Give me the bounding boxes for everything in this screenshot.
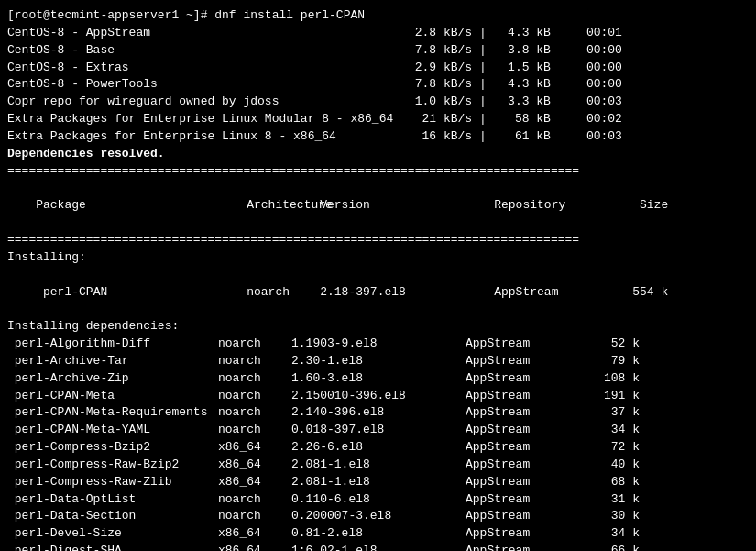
pkg-repo: AppStream [466, 353, 585, 370]
header-repo: Repository [494, 197, 613, 215]
pkg-arch: noarch [218, 336, 291, 353]
pkg-size: 68 k [585, 474, 640, 491]
pkg-arch: x86_64 [218, 457, 291, 474]
main-pkg-arch: noarch [247, 284, 320, 302]
pkg-name: perl-Archive-Zip [7, 370, 218, 388]
installing-label: Installing: [7, 249, 749, 267]
pkg-version: 2.140-396.el8 [291, 404, 466, 422]
repo-line: CentOS-8 - PowerTools 7.8 kB/s | 4.3 kB … [7, 76, 749, 94]
repo-line: CentOS-8 - Base 7.8 kB/s | 3.8 kB 00:00 [7, 42, 749, 60]
pkg-version: 2.150010-396.el8 [291, 388, 466, 405]
repo-line: Copr repo for wireguard owned by jdoss 1… [7, 94, 749, 111]
table-row: perl-Archive-Zipnoarch1.60-3.el8AppStrea… [7, 370, 749, 388]
table-row: perl-CPAN-Metanoarch2.150010-396.el8AppS… [7, 388, 749, 405]
pkg-size: 191 k [585, 388, 640, 405]
pkg-repo: AppStream [466, 491, 585, 509]
pkg-version: 1.60-3.el8 [291, 370, 466, 388]
pkg-name: perl-Devel-Size [7, 525, 218, 543]
table-row: perl-Data-OptListnoarch0.110-6.el8AppStr… [7, 491, 749, 509]
pkg-size: 37 k [585, 404, 640, 422]
pkg-repo: AppStream [466, 474, 585, 491]
pkg-version: 2.081-1.el8 [291, 457, 466, 474]
table-row: perl-Archive-Tarnoarch2.30-1.el8AppStrea… [7, 353, 749, 370]
table-row: perl-Compress-Raw-Zlibx86_642.081-1.el8A… [7, 474, 749, 491]
pkg-version: 0.018-397.el8 [291, 422, 466, 439]
pkg-name: perl-Data-Section [7, 508, 218, 525]
pkg-name: perl-CPAN-Meta-Requirements [7, 404, 218, 422]
repo-lines: CentOS-8 - AppStream 2.8 kB/s | 4.3 kB 0… [7, 25, 749, 146]
deps-resolved: Dependencies resolved. [7, 146, 749, 163]
header-arch: Architecture [247, 197, 320, 215]
table-row: perl-Compress-Bzip2x86_642.26-6.el8AppSt… [7, 439, 749, 457]
main-pkg-size: 554 k [613, 284, 668, 302]
pkg-arch: noarch [218, 491, 291, 509]
pkg-arch: x86_64 [218, 439, 291, 457]
table-row: perl-Compress-Raw-Bzip2x86_642.081-1.el8… [7, 457, 749, 474]
pkg-size: 31 k [585, 491, 640, 509]
repo-line: Extra Packages for Enterprise Linux 8 - … [7, 128, 749, 146]
main-pkg-name: perl-CPAN [36, 284, 247, 302]
pkg-repo: AppStream [466, 370, 585, 388]
pkg-name: perl-Archive-Tar [7, 353, 218, 370]
separator-bottom: ========================================… [7, 232, 749, 249]
pkg-name: perl-Compress-Raw-Zlib [7, 474, 218, 491]
table-row: perl-Data-Sectionnoarch0.200007-3.el8App… [7, 508, 749, 525]
pkg-size: 30 k [585, 508, 640, 525]
pkg-arch: noarch [218, 353, 291, 370]
pkg-name: perl-Digest-SHA [7, 543, 218, 551]
prompt-line: [root@tecmint-appserver1 ~]# dnf install… [7, 7, 749, 25]
pkg-repo: AppStream [466, 543, 585, 551]
table-row: perl-Digest-SHAx86_641:6.02-1.el8AppStre… [7, 543, 749, 551]
header-version: Version [320, 197, 494, 215]
pkg-repo: AppStream [466, 457, 585, 474]
pkg-size: 108 k [585, 370, 640, 388]
repo-line: CentOS-8 - Extras 2.9 kB/s | 1.5 kB 00:0… [7, 60, 749, 77]
pkg-arch: noarch [218, 404, 291, 422]
pkg-size: 34 k [585, 525, 640, 543]
main-package-row: perl-CPANnoarch2.18-397.el8AppStream554 … [7, 267, 749, 319]
pkg-name: perl-Compress-Bzip2 [7, 439, 218, 457]
header-package: Package [36, 197, 247, 215]
pkg-repo: AppStream [466, 508, 585, 525]
installing-deps-label: Installing dependencies: [7, 318, 749, 336]
table-row: perl-Algorithm-Diffnoarch1.1903-9.el8App… [7, 336, 749, 353]
table-header: PackageArchitectureVersionRepositorySize [7, 180, 749, 232]
repo-line: CentOS-8 - AppStream 2.8 kB/s | 4.3 kB 0… [7, 25, 749, 42]
pkg-size: 72 k [585, 439, 640, 457]
pkg-name: perl-Algorithm-Diff [7, 336, 218, 353]
pkg-name: perl-CPAN-Meta-YAML [7, 422, 218, 439]
pkg-version: 0.81-2.el8 [291, 525, 466, 543]
header-size: Size [613, 197, 668, 215]
main-pkg-version: 2.18-397.el8 [320, 284, 494, 302]
table-row: perl-CPAN-Meta-Requirementsnoarch2.140-3… [7, 404, 749, 422]
pkg-repo: AppStream [466, 525, 585, 543]
table-row: perl-Devel-Sizex86_640.81-2.el8AppStream… [7, 525, 749, 543]
main-pkg-repo: AppStream [494, 284, 613, 302]
pkg-version: 1:6.02-1.el8 [291, 543, 466, 551]
pkg-name: perl-CPAN-Meta [7, 388, 218, 405]
pkg-repo: AppStream [466, 439, 585, 457]
pkg-repo: AppStream [466, 388, 585, 405]
pkg-arch: x86_64 [218, 543, 291, 551]
pkg-size: 52 k [585, 336, 640, 353]
pkg-version: 2.26-6.el8 [291, 439, 466, 457]
package-table: perl-Algorithm-Diffnoarch1.1903-9.el8App… [7, 336, 749, 551]
pkg-size: 34 k [585, 422, 640, 439]
pkg-name: perl-Data-OptList [7, 491, 218, 509]
table-row: perl-CPAN-Meta-YAMLnoarch0.018-397.el8Ap… [7, 422, 749, 439]
pkg-arch: noarch [218, 508, 291, 525]
pkg-arch: noarch [218, 388, 291, 405]
pkg-name: perl-Compress-Raw-Bzip2 [7, 457, 218, 474]
pkg-version: 0.110-6.el8 [291, 491, 466, 509]
repo-line: Extra Packages for Enterprise Linux Modu… [7, 111, 749, 128]
pkg-size: 79 k [585, 353, 640, 370]
pkg-arch: noarch [218, 422, 291, 439]
pkg-repo: AppStream [466, 336, 585, 353]
pkg-arch: x86_64 [218, 525, 291, 543]
pkg-repo: AppStream [466, 422, 585, 439]
pkg-arch: noarch [218, 370, 291, 388]
pkg-size: 40 k [585, 457, 640, 474]
pkg-version: 1.1903-9.el8 [291, 336, 466, 353]
separator-top: ========================================… [7, 163, 749, 181]
pkg-version: 2.30-1.el8 [291, 353, 466, 370]
